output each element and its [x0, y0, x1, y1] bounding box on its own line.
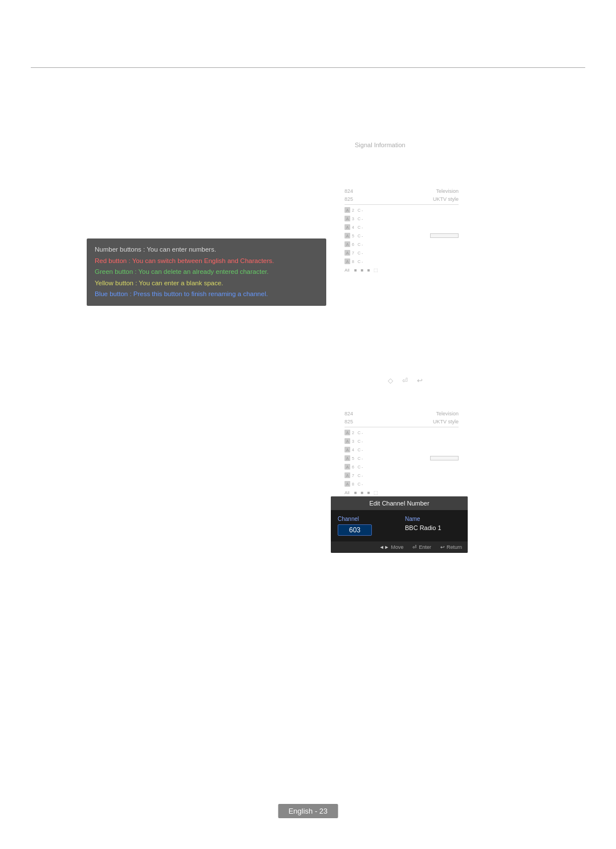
tv-row-num-3: 4: [352, 225, 356, 229]
edit-dialog-footer: ◄► Move ⏎ Enter ↩ Return: [331, 541, 468, 553]
edit-channel-dialog: Edit Channel Number Channel 603 Name BBC…: [331, 496, 468, 553]
tv2-row-6: A 7 C -: [345, 471, 459, 479]
diamond-icon: ◇: [388, 377, 393, 385]
footer-enter: ⏎ Enter: [412, 544, 431, 550]
tv-row-icon-1: A: [345, 207, 350, 213]
tv-panel-1-rows: A 2 C - A 3 C - A 4 C - A 5 C - A 6 C - …: [345, 206, 459, 265]
tv2-row-2: A 3 C -: [345, 437, 459, 445]
channel-input[interactable]: 603: [338, 524, 372, 536]
tv-row-num-7: 8: [352, 260, 356, 264]
tv-row-text-1: C -: [358, 208, 459, 212]
tv-row-icon-2: A: [345, 216, 350, 221]
channel-label: Channel: [338, 516, 394, 522]
tv2-row-icon-6: A: [345, 472, 350, 478]
footer-return: ↩ Return: [440, 544, 462, 550]
tv-row-6: A 7 C -: [345, 249, 459, 257]
tv2-row-text-4: C -: [358, 456, 430, 460]
tv2-row-text-2: C -: [358, 439, 459, 443]
tv-panel-1-television: Television: [436, 188, 459, 194]
tv-row-text-5: C -: [358, 242, 459, 246]
name-label: Name: [405, 516, 461, 522]
tv-panel-2-icons: ■ ■ ■ ⬚: [354, 490, 379, 495]
instruction-line-2: Red button : You can switch between Engl…: [95, 256, 318, 267]
tv-row-icon-6: A: [345, 250, 350, 256]
tv-row-icon-3: A: [345, 224, 350, 230]
tv-panel-2-header: 824 Television: [345, 411, 459, 417]
tv-panel-1-824: 824: [345, 188, 353, 194]
tv-panel-2-825-row: 825 UKTV style: [345, 419, 459, 424]
return-label: Return: [447, 544, 462, 550]
tv2-row-num-7: 8: [352, 482, 356, 486]
tv2-row-num-1: 2: [352, 431, 356, 435]
tv2-row-7: A 8 C -: [345, 480, 459, 488]
tv-panel-1-divider: [345, 204, 459, 205]
instruction-line-3: Green button : You can delete an already…: [95, 266, 318, 278]
icons-row: ◇ ⏎ ↩: [388, 377, 423, 385]
tv2-row-3: A 4 C -: [345, 446, 459, 454]
tv-row-4: A 5 C -: [345, 232, 459, 240]
tv-panel-1-footer: All ■ ■ ■ ⬚: [345, 268, 459, 273]
tv-row-5: A 6 C -: [345, 240, 459, 248]
tv2-row-text-3: C -: [358, 448, 459, 452]
tv-panel-1: 824 Television 825 UKTV style A 2 C - A …: [345, 188, 459, 273]
tv-row-num-2: 3: [352, 217, 356, 221]
return-icon: ↩: [417, 377, 423, 385]
top-divider: [31, 67, 585, 68]
tv-panel-1-825-row: 825 UKTV style: [345, 196, 459, 202]
name-value: BBC Radio 1: [405, 524, 461, 531]
tv-panel-1-825: 825: [345, 196, 353, 202]
tv-row-num-4: 5: [352, 234, 356, 238]
tv-panel-1-uktv: UKTV style: [433, 196, 459, 202]
instruction-box: Number buttons : You can enter numbers. …: [87, 238, 326, 306]
signal-info-label: Signal Information: [355, 142, 406, 148]
edit-dialog-title: Edit Channel Number: [331, 496, 468, 510]
edit-dialog-name-col: Name BBC Radio 1: [405, 516, 461, 536]
tv2-row-bar-4: [430, 456, 459, 460]
tv-row-text-2: C -: [358, 217, 459, 221]
tv-row-3: A 4 C -: [345, 223, 459, 231]
tv-row-1: A 2 C -: [345, 206, 459, 214]
page-indicator: English - 23: [278, 804, 338, 818]
tv-panel-1-header: 824 Television: [345, 188, 459, 194]
tv-row-bar-4: [430, 233, 459, 238]
instruction-line-1: Number buttons : You can enter numbers.: [95, 244, 318, 256]
tv-row-text-7: C -: [358, 260, 459, 264]
tv2-row-num-5: 6: [352, 465, 356, 469]
tv-row-icon-5: A: [345, 241, 350, 247]
tv-row-text-3: C -: [358, 225, 459, 229]
footer-move: ◄► Move: [379, 544, 404, 550]
tv2-row-icon-4: A: [345, 455, 350, 461]
tv-panel-1-icons: ■ ■ ■ ⬚: [354, 268, 379, 273]
tv2-row-icon-5: A: [345, 464, 350, 470]
tv2-row-text-6: C -: [358, 474, 459, 478]
tv2-row-num-4: 5: [352, 456, 356, 460]
tv-panel-2-all: All: [345, 490, 350, 495]
tv-row-num-5: 6: [352, 242, 356, 246]
tv2-row-icon-1: A: [345, 430, 350, 435]
tv-panel-2-825: 825: [345, 419, 353, 424]
tv-row-2: A 3 C -: [345, 215, 459, 223]
tv2-row-icon-2: A: [345, 438, 350, 444]
tv2-row-1: A 2 C -: [345, 428, 459, 436]
tv2-row-num-6: 7: [352, 474, 356, 478]
tv-row-text-4: C -: [358, 234, 430, 238]
tv2-row-4: A 5 C -: [345, 454, 459, 462]
tv2-row-num-2: 3: [352, 439, 356, 443]
enter-footer-icon: ⏎: [412, 544, 417, 550]
return-footer-icon: ↩: [440, 544, 445, 550]
tv-row-icon-4: A: [345, 233, 350, 238]
enter-icon: ⏎: [402, 377, 408, 385]
tv-row-text-6: C -: [358, 251, 459, 255]
tv2-row-icon-3: A: [345, 447, 350, 452]
tv-panel-2-rows: A 2 C - A 3 C - A 4 C - A 5 C - A 6 C - …: [345, 428, 459, 488]
tv-row-num-6: 7: [352, 251, 356, 255]
enter-label: Enter: [419, 544, 431, 550]
tv2-row-5: A 6 C -: [345, 463, 459, 471]
tv2-row-num-3: 4: [352, 448, 356, 452]
tv2-row-text-7: C -: [358, 482, 459, 486]
tv-panel-2: 824 Television 825 UKTV style A 2 C - A …: [345, 411, 459, 495]
tv-panel-2-uktv: UKTV style: [433, 419, 459, 424]
tv-panel-1-all: All: [345, 268, 350, 273]
tv-row-num-1: 2: [352, 208, 356, 212]
move-icon: ◄►: [379, 544, 390, 550]
